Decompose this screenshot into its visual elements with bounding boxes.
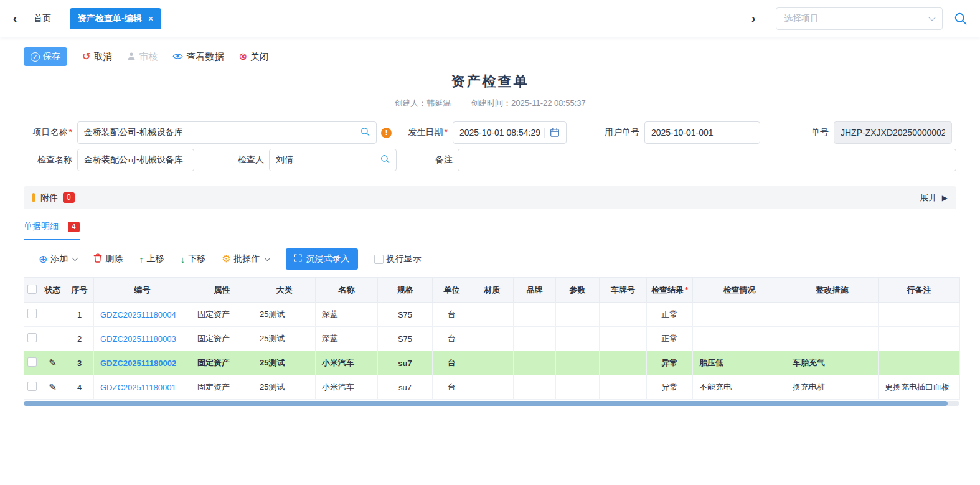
material-cell xyxy=(471,327,514,351)
row-checkbox[interactable] xyxy=(27,333,37,342)
remark-input[interactable] xyxy=(458,149,956,171)
document-form: 项目名称* 金桥装配公司-机械设备库 ! 发生日期* 2025-10-01 08… xyxy=(24,121,956,171)
tabs-scroll-right-icon[interactable]: › xyxy=(748,11,758,26)
audit-label: 审核 xyxy=(139,51,158,63)
calendar-icon[interactable] xyxy=(544,128,560,138)
project-name-input[interactable]: 金桥装配公司-机械设备库 xyxy=(77,121,377,144)
arrow-down-icon: ↓ xyxy=(181,255,186,264)
attribute-cell: 固定资产 xyxy=(191,351,253,375)
table-row[interactable]: 2GDZC202511180003固定资产25测试深蓝S75台正常 xyxy=(24,327,960,351)
occur-date-input[interactable]: 2025-10-01 08:54:29 xyxy=(453,121,567,144)
detail-grid: 状态序号编号属性大类名称规格单位材质品牌参数车牌号检查结果*检查情况整改措施行备… xyxy=(24,277,959,400)
row-checkbox[interactable] xyxy=(27,309,37,318)
move-up-button[interactable]: ↑ 上移 xyxy=(139,253,164,265)
search-icon[interactable] xyxy=(360,127,370,138)
unit-cell: 台 xyxy=(433,375,471,400)
param-cell xyxy=(556,351,600,375)
delete-button[interactable]: 删除 xyxy=(93,253,123,265)
chevron-down-icon xyxy=(928,14,935,21)
check-name-input[interactable]: 金桥装配公司-机械设备库 xyxy=(77,149,194,171)
column-header: 规格 xyxy=(378,278,433,303)
asset-code-link[interactable]: GDZC202511180002 xyxy=(100,359,176,368)
fullscreen-icon xyxy=(294,254,302,264)
edit-pencil-icon[interactable]: ✎ xyxy=(49,357,57,368)
column-header: 品牌 xyxy=(514,278,556,303)
measure-cell: 换充电桩 xyxy=(786,375,879,400)
top-tab-bar: ‹ 首页 资产检查单-编辑 × › 选择项目 xyxy=(0,0,980,37)
row-status-cell xyxy=(40,327,65,351)
material-cell xyxy=(471,375,514,400)
asset-code-link[interactable]: GDZC202511180003 xyxy=(100,334,176,344)
measure-cell xyxy=(786,327,879,351)
detail-tabs: 单据明细 4 xyxy=(0,220,980,240)
row-select-cell xyxy=(24,375,40,400)
note-cell xyxy=(879,303,960,327)
wrap-display-toggle[interactable]: 换行显示 xyxy=(374,253,422,265)
immersive-entry-button[interactable]: 沉浸式录入 xyxy=(286,248,358,270)
audit-button[interactable]: 审核 xyxy=(127,51,158,63)
cancel-button[interactable]: ↺ 取消 xyxy=(82,51,112,63)
expand-label: 展开 xyxy=(920,192,938,204)
tab-home[interactable]: 首页 xyxy=(34,13,51,24)
delete-label: 删除 xyxy=(105,253,123,265)
doc-no-value: JHZP-ZXJXD20250000002 xyxy=(841,128,945,138)
select-all-checkbox[interactable] xyxy=(27,285,37,294)
wrap-display-checkbox[interactable] xyxy=(374,255,384,264)
close-button[interactable]: ⊗ 关闭 xyxy=(238,51,268,63)
table-row[interactable]: ✎3GDZC202511180002固定资产25测试小米汽车su7台异常胎压低车… xyxy=(24,351,960,375)
save-button[interactable]: ✓ 保存 xyxy=(24,47,67,66)
batch-operations-button[interactable]: ⚙ 批操作 xyxy=(222,253,269,265)
tab-asset-inspection-edit[interactable]: 资产检查单-编辑 × xyxy=(70,8,161,29)
arrow-up-icon: ↑ xyxy=(139,255,144,264)
result-cell: 正常 xyxy=(647,327,693,351)
eye-icon xyxy=(172,52,183,62)
doc-meta: 创建人：韩延温 创建时间：2025-11-22 08:55:37 xyxy=(0,98,980,109)
checker-value: 刘倩 xyxy=(276,154,380,166)
column-header: 属性 xyxy=(191,278,253,303)
tabs-scroll-left-icon[interactable]: ‹ xyxy=(10,11,20,26)
scrollbar-thumb[interactable] xyxy=(24,401,948,406)
attachment-bar[interactable]: 附件 0 展开 ▶ xyxy=(24,186,956,209)
row-seq-cell: 1 xyxy=(65,303,94,327)
result-cell: 异常 xyxy=(647,375,693,400)
tab-detail-lines[interactable]: 单据明细 4 xyxy=(24,221,80,240)
row-status-cell xyxy=(40,303,65,327)
horizontal-scrollbar[interactable] xyxy=(24,401,959,406)
attribute-cell: 固定资产 xyxy=(191,375,253,400)
user-no-value: 2025-10-01-001 xyxy=(651,128,753,138)
edit-pencil-icon[interactable]: ✎ xyxy=(49,382,57,392)
row-select-cell xyxy=(24,303,40,327)
situation-cell: 不能充电 xyxy=(693,375,786,400)
column-header: 检查结果* xyxy=(647,278,693,303)
asset-code-link[interactable]: GDZC202511180004 xyxy=(100,310,176,319)
add-button[interactable]: ⊕ 添加 xyxy=(39,253,77,265)
user-no-input[interactable]: 2025-10-01-001 xyxy=(644,121,760,144)
warning-icon[interactable]: ! xyxy=(381,128,392,138)
spec-cell: S75 xyxy=(378,327,433,351)
expand-button[interactable]: 展开 ▶ xyxy=(920,192,948,204)
row-seq-cell: 2 xyxy=(65,327,94,351)
undo-icon: ↺ xyxy=(82,52,90,62)
checker-input[interactable]: 刘倩 xyxy=(269,149,397,171)
asset-code-cell: GDZC202511180002 xyxy=(94,351,191,375)
tab-close-icon[interactable]: × xyxy=(148,13,154,24)
table-row[interactable]: ✎4GDZC202511180001固定资产25测试小米汽车su7台异常不能充电… xyxy=(24,375,960,400)
attribute-cell: 固定资产 xyxy=(191,327,253,351)
move-down-button[interactable]: ↓ 下移 xyxy=(181,253,206,265)
asset-code-link[interactable]: GDZC202511180001 xyxy=(100,383,176,392)
project-name-value: 金桥装配公司-机械设备库 xyxy=(84,127,360,138)
name-cell: 深蓝 xyxy=(316,327,378,351)
created-label: 创建时间： xyxy=(471,98,511,108)
detail-count-badge: 4 xyxy=(68,222,80,232)
doc-no-input: JHZP-ZXJXD20250000002 xyxy=(834,121,952,144)
view-data-button[interactable]: 查看数据 xyxy=(172,51,224,63)
chevron-down-icon xyxy=(264,255,270,261)
global-search-icon[interactable] xyxy=(954,12,968,26)
row-checkbox[interactable] xyxy=(27,357,37,367)
search-icon[interactable] xyxy=(380,154,390,166)
wrap-display-label: 换行显示 xyxy=(387,253,422,265)
table-row[interactable]: 1GDZC202511180004固定资产25测试深蓝S75台正常 xyxy=(24,303,960,327)
attachment-count-badge: 0 xyxy=(63,192,75,203)
row-checkbox[interactable] xyxy=(27,382,37,391)
project-select[interactable]: 选择项目 xyxy=(776,7,943,30)
